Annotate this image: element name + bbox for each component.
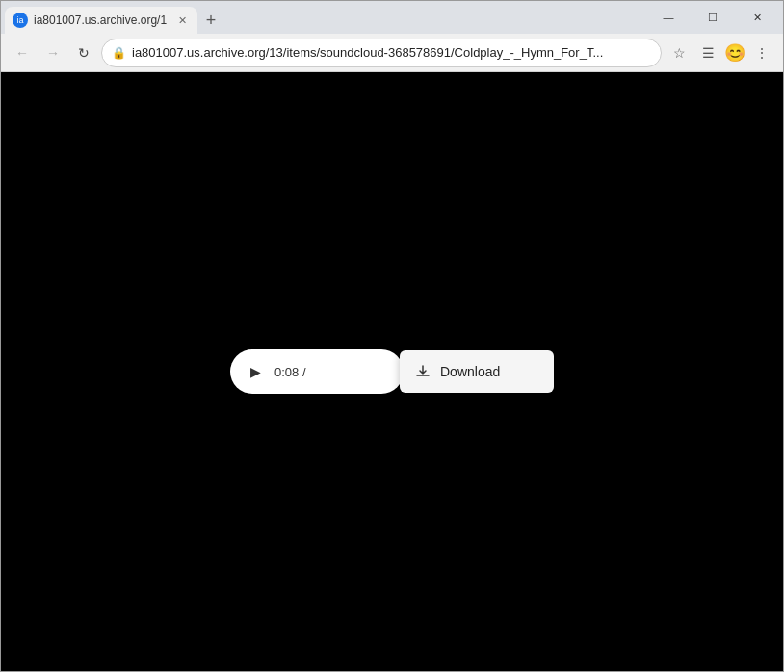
tab-favicon: ia bbox=[13, 13, 28, 28]
back-button[interactable]: ← bbox=[9, 39, 36, 66]
tab-area: ia ia801007.us.archive.org/1 ✕ + bbox=[1, 1, 642, 34]
close-button[interactable]: ✕ bbox=[735, 1, 779, 34]
context-menu: Download bbox=[400, 350, 554, 393]
address-text: ia801007.us.archive.org/13/items/soundcl… bbox=[132, 45, 651, 60]
minimize-button[interactable]: — bbox=[646, 1, 691, 34]
play-button[interactable]: ▶ bbox=[246, 362, 265, 381]
download-menu-item[interactable]: Download bbox=[400, 354, 554, 389]
download-icon bbox=[415, 364, 431, 379]
avatar-button[interactable]: 😊 bbox=[723, 41, 746, 65]
active-tab[interactable]: ia ia801007.us.archive.org/1 ✕ bbox=[5, 7, 197, 34]
browser-toolbar: ← → ↻ 🔒 ia801007.us.archive.org/13/items… bbox=[1, 34, 783, 72]
audio-player-container: ▶ 0:08 / Download bbox=[230, 349, 554, 394]
forward-button[interactable]: → bbox=[39, 39, 66, 66]
new-tab-button[interactable]: + bbox=[197, 7, 224, 34]
tab-close-button[interactable]: ✕ bbox=[174, 13, 190, 28]
bookmark-button[interactable]: ☆ bbox=[666, 39, 693, 66]
window-controls: — ☐ ✕ bbox=[642, 1, 783, 34]
lock-icon: 🔒 bbox=[112, 46, 126, 60]
chrome-window: ia ia801007.us.archive.org/1 ✕ + — ☐ ✕ ←… bbox=[0, 0, 784, 672]
tablist-button[interactable]: ☰ bbox=[694, 39, 721, 66]
title-bar: ia ia801007.us.archive.org/1 ✕ + — ☐ ✕ bbox=[1, 1, 783, 34]
address-bar[interactable]: 🔒 ia801007.us.archive.org/13/items/sound… bbox=[101, 39, 662, 67]
audio-player: ▶ 0:08 / bbox=[230, 349, 404, 394]
tab-title: ia801007.us.archive.org/1 bbox=[34, 13, 169, 27]
toolbar-right: ☆ ☰ 😊 ⋮ bbox=[666, 39, 775, 66]
time-display: 0:08 / bbox=[274, 365, 306, 379]
maximize-button[interactable]: ☐ bbox=[691, 1, 735, 34]
page-content: ▶ 0:08 / Download bbox=[1, 72, 783, 671]
menu-button[interactable]: ⋮ bbox=[748, 39, 775, 66]
download-label: Download bbox=[440, 364, 500, 379]
reload-button[interactable]: ↻ bbox=[70, 39, 97, 66]
